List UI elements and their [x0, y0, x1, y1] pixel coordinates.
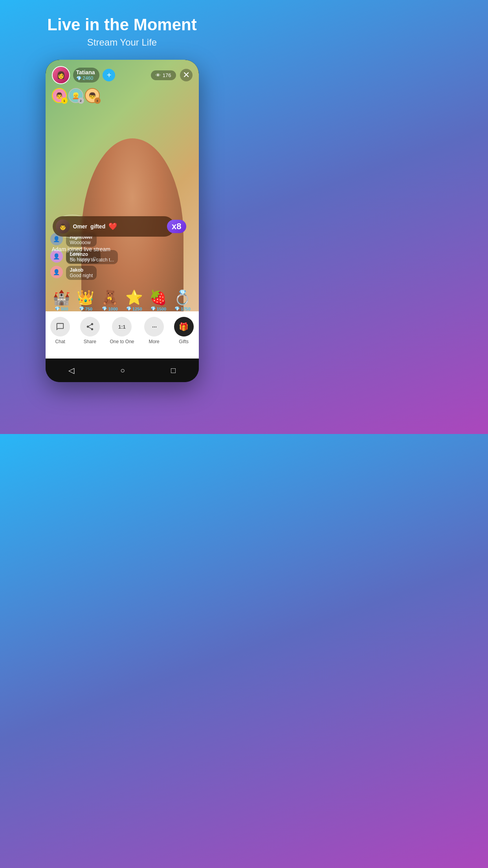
streamer-name-block: Tatiana 💎 2460	[73, 68, 100, 83]
top-viewers: 👨 1 👱 2 👦 3	[52, 88, 100, 103]
streamer-diamonds: 💎 2460	[76, 75, 95, 81]
gift-item-castle[interactable]: 🏰 💎 500	[53, 291, 70, 311]
phone: 👩 Tatiana 💎 2460 + 👁 176	[46, 60, 199, 382]
viewer-1-rank: 1	[61, 97, 68, 104]
gift-notification: 👨 Omer gifted ❤️ x8	[49, 216, 174, 237]
chat-content-3: Jakob Good night	[66, 266, 97, 280]
gift-action: gifted	[90, 223, 105, 230]
gift-sender-name: Omer	[73, 223, 88, 230]
chat-text-3: Good night	[70, 273, 93, 278]
phone-wrapper: 👩 Tatiana 💎 2460 + 👁 176	[0, 60, 244, 382]
gift-item-star[interactable]: ⭐ 💎 1250	[125, 291, 143, 311]
more-action-icon: ···	[144, 317, 164, 337]
gift-crown-price: 750	[85, 307, 92, 311]
chat-action-icon	[50, 317, 70, 337]
gift-item-strawberry[interactable]: 🍓 💎 1500	[149, 291, 167, 311]
chat-avatar-3: 👤	[50, 266, 63, 278]
diamond-icon-small-2: 💎	[79, 306, 84, 311]
one-to-one-action[interactable]: 1:1 One to One	[110, 317, 134, 344]
nav-back-button[interactable]: ◁	[68, 366, 74, 375]
gifts-row: 🏰 💎 500 👑 💎 750 🧸 💎	[46, 291, 199, 311]
diamond-icon-small: 💎	[55, 306, 60, 311]
diamond-icon-small-5: 💎	[150, 306, 156, 311]
gift-item-crown[interactable]: 👑 💎 750	[77, 291, 94, 311]
chat-username-3: Jakob	[70, 267, 93, 273]
diamond-icon-small-6: 💎	[174, 306, 180, 311]
viewer-rank-3[interactable]: 👦 3	[85, 88, 100, 103]
streamer-name: Tatiana	[76, 69, 95, 75]
chat-action-label: Chat	[55, 339, 65, 344]
joined-notification: Adam joined live stream	[52, 246, 110, 252]
hero-section: Live in the Moment Stream Your Life	[0, 0, 244, 56]
nav-recents-button[interactable]: □	[171, 366, 176, 375]
chat-username-4: Lorenzo	[70, 252, 114, 257]
gift-item-bear[interactable]: 🧸 💎 1000	[101, 291, 119, 311]
gift-crown-emoji: 👑	[77, 291, 94, 305]
gift-strawberry-emoji: 🍓	[149, 291, 167, 305]
gifts-action-icon: 🎁	[174, 317, 194, 337]
gift-bubble: 👨 Omer gifted ❤️	[53, 216, 174, 237]
add-follow-button[interactable]: +	[103, 69, 115, 81]
share-action-label: Share	[84, 339, 96, 344]
gift-crown-cost: 💎 750	[79, 306, 92, 311]
phone-content: 👩 Tatiana 💎 2460 + 👁 176	[46, 60, 199, 359]
viewer-count: 176	[163, 72, 171, 78]
streamer-diamond-count: 2460	[83, 75, 94, 81]
gift-bear-cost: 💎 1000	[102, 306, 117, 311]
hero-subtitle: Stream Your Life	[0, 37, 244, 48]
one-to-one-action-icon: 1:1	[112, 317, 132, 337]
close-button[interactable]: ✕	[180, 69, 193, 81]
action-bar: Chat Share 1:1 One to One ··· Mor	[46, 311, 199, 359]
chat-action[interactable]: Chat	[50, 317, 70, 344]
gift-star-price: 1250	[132, 307, 142, 311]
hero-title: Live in the Moment	[0, 16, 244, 34]
chat-message-3: 👤 Jakob Good night	[50, 266, 152, 280]
one-to-one-action-label: One to One	[110, 339, 134, 344]
more-action[interactable]: ··· More	[144, 317, 164, 344]
viewer-rank-2[interactable]: 👱 2	[68, 88, 83, 103]
gift-icon: ❤️	[108, 222, 117, 231]
viewer-rank-1[interactable]: 👨 1	[52, 88, 67, 103]
gift-castle-cost: 💎 500	[55, 306, 68, 311]
diamond-icon: 💎	[76, 76, 82, 81]
android-nav: ◁ ○ □	[46, 359, 199, 382]
gift-star-emoji: ⭐	[125, 291, 143, 305]
nav-home-button[interactable]: ○	[120, 366, 125, 375]
share-action[interactable]: Share	[80, 317, 100, 344]
streamer-avatar: 👩	[52, 66, 70, 84]
top-bar: 👩 Tatiana 💎 2460 + 👁 176	[52, 66, 193, 84]
viewer-2-rank: 2	[78, 97, 84, 104]
gifts-action-label: Gifts	[179, 339, 189, 344]
top-right-controls: 👁 176 ✕	[151, 69, 193, 81]
viewers-badge: 👁 176	[151, 70, 176, 80]
viewer-3-rank: 3	[94, 97, 101, 104]
gift-castle-emoji: 🏰	[53, 291, 70, 305]
gift-ring-price: 1750	[181, 307, 190, 311]
streamer-avatar-inner: 👩	[53, 67, 69, 83]
gift-castle-price: 500	[61, 307, 68, 311]
more-action-label: More	[149, 339, 159, 344]
streamer-info: 👩 Tatiana 💎 2460 +	[52, 66, 116, 84]
chat-text-4: So happy to catch t...	[70, 257, 114, 263]
diamond-icon-small-3: 💎	[102, 306, 107, 311]
gift-item-ring[interactable]: 💍 💎 1750	[174, 291, 191, 311]
gift-multiplier: x8	[167, 220, 186, 233]
gifts-action[interactable]: 🎁 Gifts	[174, 317, 194, 344]
gift-sender-avatar: 👨	[56, 219, 70, 234]
eye-icon: 👁	[156, 72, 161, 78]
diamond-icon-small-4: 💎	[126, 306, 132, 311]
chat-text-1: Wooooow	[70, 240, 93, 245]
gift-star-cost: 💎 1250	[126, 306, 142, 311]
gift-ring-emoji: 💍	[174, 291, 191, 305]
gift-ring-cost: 💎 1750	[174, 306, 190, 311]
gift-bear-emoji: 🧸	[101, 291, 119, 305]
gift-bear-price: 1000	[108, 307, 117, 311]
gift-strawberry-price: 1500	[157, 307, 166, 311]
share-action-icon	[80, 317, 100, 337]
gift-strawberry-cost: 💎 1500	[150, 306, 166, 311]
